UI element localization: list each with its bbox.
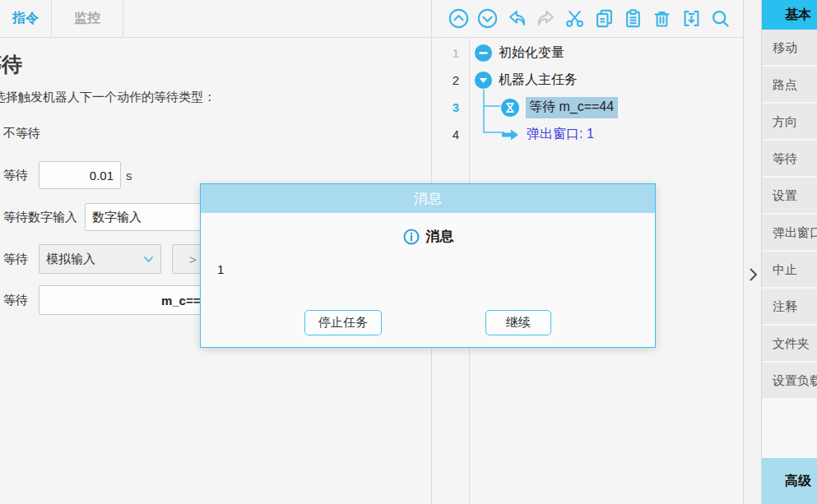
sidebar-item-comment[interactable]: 注释 <box>762 289 817 324</box>
triangle-down-circle-icon[interactable] <box>474 71 493 90</box>
cut-icon[interactable] <box>564 7 586 30</box>
line-number: 3 <box>433 100 469 114</box>
chevron-right-icon <box>749 267 758 282</box>
tree-row-init-vars[interactable]: 1 初始化变量 <box>433 39 743 67</box>
sidebar-footer-advanced[interactable]: 高级 <box>762 458 817 504</box>
line-number: 2 <box>433 73 469 87</box>
tree-row-main-task[interactable]: 2 机器人主任务 <box>433 67 743 94</box>
stop-task-button[interactable]: 停止任务 <box>304 310 382 335</box>
sidebar-item-waypoint[interactable]: 路点 <box>762 67 817 102</box>
program-tree: 1 初始化变量 2 机器人主任务 3 等待 m_c==44 4 <box>433 39 743 148</box>
wait-type-description: 选择触发机器人下一个动作的等待类型： <box>0 90 216 105</box>
dialog-message: 1 <box>217 262 224 276</box>
left-tab-bar: 指令 监控 <box>0 0 431 38</box>
line-number: 4 <box>433 127 469 141</box>
tab-instruction[interactable]: 指令 <box>0 0 52 37</box>
tree-row-popup[interactable]: 4 弹出窗口: 1 <box>433 121 743 148</box>
continue-button[interactable]: 继续 <box>485 310 551 335</box>
message-dialog: 消息 消息 1 停止任务 继续 <box>200 183 656 348</box>
arrow-right-icon[interactable] <box>501 128 519 141</box>
wait-seconds-label: 等待 <box>0 168 28 183</box>
sidebar-item-set[interactable]: 设置 <box>762 178 817 213</box>
command-sidebar: 基本 移动 路点 方向 等待 设置 弹出窗口 中止 注释 文件夹 设置负载 高级 <box>762 0 817 504</box>
wait-seconds-input[interactable] <box>39 161 121 189</box>
analog-input-select[interactable]: 模拟输入 <box>39 244 161 274</box>
line-number: 1 <box>433 46 469 60</box>
no-wait-label: 不等待 <box>0 126 40 141</box>
move-down-icon[interactable] <box>476 7 499 30</box>
dialog-heading: 消息 <box>201 227 655 246</box>
option-no-wait[interactable]: 不等待 <box>0 125 40 141</box>
tree-toolbar <box>433 0 743 38</box>
wait-expression-label: 等待 <box>0 293 28 308</box>
delete-icon[interactable] <box>651 7 673 30</box>
search-icon[interactable] <box>709 7 731 30</box>
panel-toggle-button[interactable] <box>746 265 759 284</box>
sidebar-item-abort[interactable]: 中止 <box>762 252 817 287</box>
tab-monitor[interactable]: 监控 <box>52 0 123 37</box>
wait-analog-label: 等待 <box>0 252 28 267</box>
tree-node-label: 弹出窗口: 1 <box>527 126 594 143</box>
tree-node-label: 初始化变量 <box>499 44 564 62</box>
seconds-unit-label: s <box>126 169 132 183</box>
info-icon <box>402 228 420 246</box>
minus-circle-icon[interactable] <box>474 44 493 62</box>
dialog-titlebar[interactable]: 消息 <box>201 184 655 213</box>
analog-select-value: 模拟输入 <box>46 252 143 267</box>
tree-node-label-selected: 等待 m_c==44 <box>526 97 618 118</box>
sidebar-header-basic[interactable]: 基本 <box>762 0 817 30</box>
chevron-down-icon <box>143 256 154 263</box>
page-title: 等待 <box>0 51 22 78</box>
hourglass-icon[interactable] <box>500 98 520 118</box>
tree-node-label: 机器人主任务 <box>499 72 578 89</box>
dialog-heading-text: 消息 <box>426 227 454 246</box>
sidebar-item-wait[interactable]: 等待 <box>762 141 817 176</box>
insert-icon[interactable] <box>680 7 703 30</box>
sidebar-item-move[interactable]: 移动 <box>762 30 817 65</box>
copy-icon[interactable] <box>593 7 615 30</box>
sidebar-item-direction[interactable]: 方向 <box>762 104 817 139</box>
panel-divider-strip <box>744 0 762 504</box>
tree-row-wait[interactable]: 3 等待 m_c==44 <box>433 94 743 121</box>
dialog-buttons: 停止任务 继续 <box>201 310 655 335</box>
sidebar-item-payload[interactable]: 设置负载 <box>762 363 817 398</box>
undo-icon[interactable] <box>506 7 528 30</box>
move-up-icon[interactable] <box>448 7 470 30</box>
paste-icon[interactable] <box>622 7 644 30</box>
sidebar-item-popup[interactable]: 弹出窗口 <box>762 215 817 250</box>
wait-digital-label: 等待数字输入 <box>0 210 77 225</box>
redo-icon[interactable] <box>535 7 557 30</box>
option-wait-seconds: 等待 s <box>0 161 132 189</box>
sidebar-item-folder[interactable]: 文件夹 <box>762 326 817 361</box>
